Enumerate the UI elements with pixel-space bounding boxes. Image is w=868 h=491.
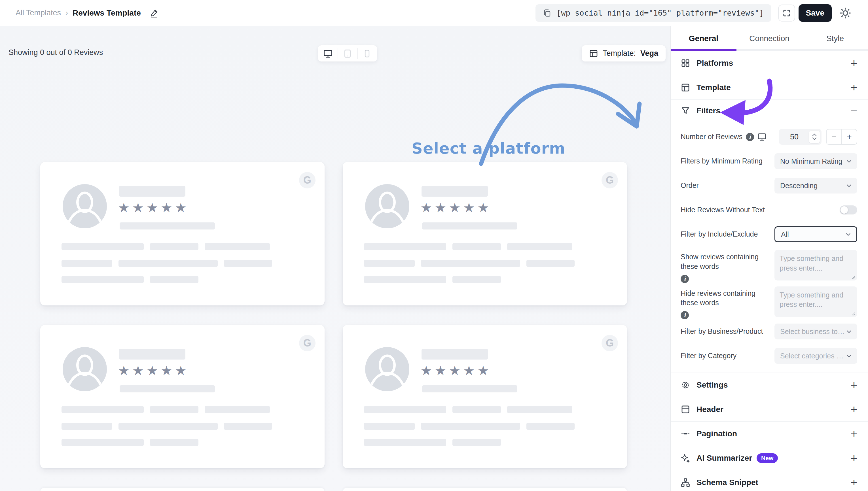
avatar	[365, 347, 409, 391]
chevron-down-icon	[845, 328, 853, 335]
funnel-icon	[681, 106, 690, 116]
page-title: Reviews Template	[73, 8, 141, 18]
info-icon[interactable]: i	[746, 133, 754, 141]
field-include-exclude: Filter by Include/Exclude All	[671, 222, 868, 247]
sun-icon	[839, 7, 851, 19]
edit-title-button[interactable]	[149, 8, 159, 18]
text-placeholder	[61, 439, 144, 446]
text-placeholder	[452, 276, 501, 283]
mobile-icon	[363, 49, 371, 58]
chevron-down-icon	[845, 352, 853, 359]
section-ai-summarizer[interactable]: AI Summarizer New +	[671, 446, 868, 470]
tab-connection[interactable]: Connection	[736, 26, 802, 51]
person-icon	[63, 184, 107, 228]
template-chip[interactable]: Template: Vega	[582, 45, 666, 61]
text-placeholder	[364, 439, 446, 446]
date-placeholder	[422, 385, 517, 393]
section-label: Pagination	[697, 429, 737, 438]
increase-button[interactable]: +	[841, 129, 857, 144]
text-placeholder	[205, 406, 270, 413]
text-placeholder	[61, 406, 144, 413]
field-hide-words: Hide reviews containing these words i	[671, 283, 868, 320]
sidebar-tabs: General Connection Style	[671, 26, 868, 51]
text-placeholder	[452, 439, 501, 446]
text-placeholder	[150, 406, 198, 413]
shortcode-field[interactable]: [wp_social_ninja id="165" platform="revi…	[535, 4, 771, 22]
text-placeholder	[61, 243, 144, 250]
text-placeholder	[150, 243, 198, 250]
section-label: Header	[697, 405, 723, 414]
section-pagination[interactable]: Pagination +	[671, 422, 868, 446]
text-placeholder	[118, 423, 218, 430]
save-button[interactable]: Save	[799, 4, 832, 22]
section-label: Settings	[697, 380, 728, 389]
template-chip-value: Vega	[640, 49, 658, 58]
business-select[interactable]: Select business to i...	[775, 323, 857, 340]
expand-icon[interactable]: +	[851, 453, 857, 464]
section-header[interactable]: Header +	[671, 397, 868, 422]
expand-icon[interactable]: +	[851, 379, 857, 391]
chevron-down-icon	[845, 182, 853, 189]
date-placeholder	[120, 223, 215, 230]
review-card-partial	[343, 488, 627, 491]
avatar	[63, 347, 107, 391]
include-exclude-select[interactable]: All	[775, 226, 857, 242]
order-select[interactable]: Descending	[775, 178, 857, 194]
expand-icon[interactable]: +	[851, 477, 857, 488]
text-placeholder	[61, 276, 144, 283]
section-platforms[interactable]: Platforms +	[671, 51, 868, 75]
preview-canvas: Showing 0 out of 0 Reviews	[0, 26, 670, 491]
field-label: Show reviews containing these words	[681, 252, 766, 271]
field-label: Filter by Include/Exclude	[681, 230, 758, 239]
section-template[interactable]: Template +	[671, 75, 868, 100]
mobile-view-button[interactable]	[358, 45, 377, 61]
field-label: Filter by Category	[681, 351, 736, 361]
breadcrumb-separator-icon: ›	[65, 8, 68, 17]
person-icon	[63, 347, 107, 391]
fullscreen-button[interactable]	[778, 4, 795, 22]
show-words-textarea[interactable]	[775, 250, 857, 281]
gear-icon	[681, 380, 690, 390]
expand-icon[interactable]: +	[851, 82, 857, 93]
hide-words-textarea[interactable]	[775, 286, 857, 317]
info-icon[interactable]: i	[681, 275, 689, 283]
theme-toggle-button[interactable]	[839, 7, 851, 19]
name-placeholder	[119, 186, 186, 197]
desktop-view-button[interactable]	[318, 45, 338, 61]
section-schema-snippet[interactable]: Schema Snippet +	[671, 470, 868, 491]
section-settings[interactable]: Settings +	[671, 373, 868, 397]
name-placeholder	[119, 349, 186, 359]
expand-icon[interactable]: +	[851, 428, 857, 439]
resize-grip-icon[interactable]	[851, 311, 856, 316]
breadcrumb-all-templates[interactable]: All Templates	[16, 8, 61, 17]
min-rating-select[interactable]: No Minimum Rating	[775, 153, 857, 169]
desktop-icon	[757, 132, 766, 141]
header-layout-icon	[681, 405, 690, 414]
tab-style[interactable]: Style	[802, 26, 868, 51]
text-placeholder	[421, 423, 520, 430]
number-stepper[interactable]	[809, 131, 820, 143]
section-label: Platforms	[697, 59, 733, 68]
shortcode-text: [wp_social_ninja id="165" platform="revi…	[557, 8, 764, 17]
tablet-view-button[interactable]	[338, 45, 357, 61]
chevron-down-icon[interactable]	[812, 137, 817, 140]
tab-general[interactable]: General	[671, 26, 736, 51]
template-icon	[681, 83, 690, 92]
number-adjust-group: − +	[826, 129, 857, 145]
expand-icon[interactable]: +	[851, 58, 857, 69]
hide-without-text-toggle[interactable]	[840, 205, 857, 214]
info-icon[interactable]: i	[681, 311, 689, 319]
schema-icon	[681, 478, 690, 487]
resize-grip-icon[interactable]	[851, 275, 856, 279]
google-g-icon: G	[601, 335, 618, 351]
decrease-button[interactable]: −	[827, 129, 841, 144]
category-select[interactable]: Select categories to...	[775, 348, 857, 364]
section-filters[interactable]: Filters −	[671, 100, 868, 122]
collapse-icon[interactable]: −	[851, 105, 857, 116]
chevron-up-icon[interactable]	[812, 134, 817, 137]
section-label: Schema Snippet	[697, 478, 758, 487]
copy-icon[interactable]	[543, 9, 551, 17]
star-rating: ★★★★★	[118, 363, 189, 378]
expand-icon[interactable]: +	[851, 404, 857, 415]
text-placeholder	[507, 243, 572, 250]
